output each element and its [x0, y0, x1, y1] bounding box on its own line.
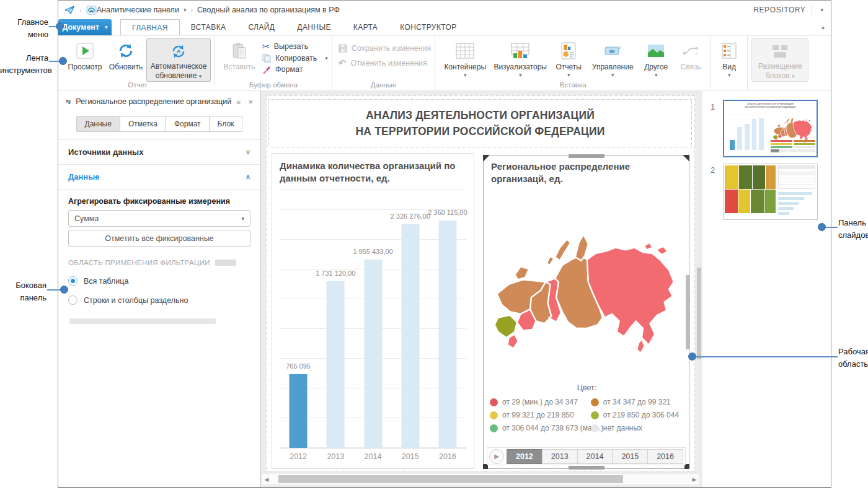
- russia-map[interactable]: [489, 217, 684, 380]
- vertical-scrollbar[interactable]: [697, 91, 702, 472]
- chevron-down-icon: ▾: [464, 72, 467, 78]
- selection-handle[interactable]: [686, 275, 690, 349]
- auto-refresh-button[interactable]: A Автоматическое обновление ▾: [146, 38, 211, 82]
- document-menu-button[interactable]: Документ▾: [58, 19, 112, 35]
- tab-конструктор[interactable]: КОНСТРУКТОР: [389, 19, 467, 35]
- sidebar-tab-отметка[interactable]: Отметка: [120, 116, 166, 132]
- section-data[interactable]: Данные∧: [58, 164, 260, 189]
- year-button-2013[interactable]: 2013: [542, 449, 578, 464]
- group-label-clipboard: Буфер обмена: [215, 81, 332, 89]
- report-doc-icon: [561, 40, 576, 61]
- sidebar-scrollbar[interactable]: [69, 318, 216, 324]
- dashboard-title-block[interactable]: АНАЛИЗ ДЕЯТЕЛЬНОСТИ ОРГАНИЗАЦИЙ НА ТЕРРИ…: [268, 99, 692, 147]
- radio-option-0[interactable]: Вся таблица: [68, 276, 250, 286]
- sidebar-title: Региональное распределение организаций: [76, 97, 231, 106]
- close-panel-icon[interactable]: ×: [248, 97, 253, 107]
- slide-thumbnail-1[interactable]: АНАЛИЗ ДЕЯТЕЛЬНОСТИ ОРГАНИЗАЦИЙ НА ТЕРРИ…: [723, 100, 818, 157]
- breadcrumb-document[interactable]: Сводный анализ по организациям в РФ: [197, 6, 340, 14]
- paper-plane-icon[interactable]: [64, 6, 75, 15]
- bar-column-2014: 1 955 433,00: [354, 198, 391, 448]
- visualizers-button[interactable]: Визуализаторы▾: [491, 38, 549, 78]
- sidebar-tab-формат[interactable]: Формат: [166, 116, 210, 132]
- save-changes-button[interactable]: Сохранить изменения: [339, 44, 431, 53]
- selection-handle[interactable]: [483, 155, 490, 162]
- format-brush-icon: [262, 65, 271, 74]
- slide-thumbnail-2[interactable]: [723, 164, 818, 220]
- aggregate-select[interactable]: Сумма▾: [68, 210, 250, 227]
- horizontal-scrollbar[interactable]: ◀ ▶: [262, 474, 699, 484]
- tab-главная[interactable]: ГЛАВНАЯ: [120, 19, 180, 35]
- management-button[interactable]: ок Управление▾: [588, 38, 637, 78]
- ribbon-group-insert: Контейнеры▾ Визуализаторы▾ Отчеты▾ ок Уп…: [435, 36, 711, 90]
- tab-вставка[interactable]: ВСТАВКА: [180, 19, 237, 35]
- radio-label: Вся таблица: [84, 277, 128, 286]
- play-button[interactable]: ▶: [489, 449, 504, 464]
- legend-color-dot: [490, 398, 498, 406]
- radio-option-1[interactable]: Строки и столбцы раздельно: [68, 295, 250, 305]
- section-data-sources[interactable]: Источники данных∨: [58, 139, 260, 164]
- containers-button[interactable]: Контейнеры▾: [439, 38, 491, 78]
- legend-title: Цвет:: [490, 383, 684, 392]
- bar: [364, 260, 382, 448]
- tab-слайд[interactable]: СЛАЙД: [237, 19, 286, 35]
- blocks-layout-button[interactable]: Размещение блоков ▾: [751, 38, 808, 82]
- mark-all-button[interactable]: Отметить все фиксированные: [68, 230, 250, 247]
- radio-button[interactable]: [68, 295, 78, 305]
- collapse-ribbon-icon[interactable]: ▴: [822, 24, 825, 30]
- chevron-down-icon: ▾: [241, 216, 244, 222]
- cut-button[interactable]: ✂Вырезать: [262, 42, 328, 51]
- repository-dropdown-icon[interactable]: ▾: [820, 7, 823, 13]
- repository-label[interactable]: REPOSITORY: [753, 6, 805, 14]
- reports-button[interactable]: Отчеты▾: [549, 38, 588, 78]
- radio-button[interactable]: [68, 276, 78, 286]
- dashboard-icon[interactable]: [86, 6, 97, 15]
- radio-label: Строки и столбцы раздельно: [84, 296, 188, 305]
- map-legend: Цвет: от 29 (мин.) до 34 347от 34 347 до…: [490, 383, 684, 432]
- group-label-data: Данные: [332, 81, 435, 89]
- paste-button[interactable]: Вставить: [219, 38, 260, 71]
- breadcrumb-section[interactable]: Аналитические панели▾: [97, 6, 187, 14]
- tab-данные[interactable]: ДАННЫЕ: [286, 19, 342, 35]
- bar: [290, 374, 308, 448]
- scroll-right-icon[interactable]: ▶: [690, 476, 699, 483]
- sidebar-tab-блок[interactable]: Блок: [209, 116, 243, 132]
- legend-color-dot: [490, 411, 498, 419]
- refresh-button[interactable]: Обновить: [105, 38, 146, 71]
- format-button[interactable]: Формат: [262, 65, 328, 74]
- collapse-panel-icon[interactable]: «: [236, 97, 241, 107]
- selection-handle[interactable]: [569, 154, 604, 158]
- scroll-left-icon[interactable]: ◀: [262, 476, 271, 483]
- scrollbar-thumb[interactable]: [697, 268, 701, 359]
- copy-button[interactable]: Копировать▾: [262, 54, 328, 63]
- selection-handle[interactable]: [569, 466, 604, 470]
- mini-year: [798, 149, 807, 152]
- chevron-down-icon: ▾: [519, 72, 522, 78]
- sidebar-tab-данные[interactable]: Данные: [76, 116, 120, 132]
- mini-legend-dot: [771, 143, 792, 145]
- ribbon-group-view: Вид▾: [711, 36, 747, 90]
- year-button-2014[interactable]: 2014: [577, 449, 613, 464]
- annotation-dot: [56, 22, 64, 30]
- tab-карта[interactable]: КАРТА: [342, 19, 389, 35]
- preview-button[interactable]: Просмотр: [64, 38, 105, 71]
- year-button-2016[interactable]: 2016: [647, 449, 683, 464]
- scrollbar-thumb[interactable]: [278, 475, 623, 483]
- bar-chart-block[interactable]: Динамика количества организаций по данны…: [272, 153, 474, 469]
- annotation-line: [826, 227, 838, 228]
- mini-legend-dot: [794, 143, 815, 145]
- other-button[interactable]: Другое▾: [637, 38, 675, 78]
- year-button-2015[interactable]: 2015: [612, 449, 648, 464]
- selection-handle[interactable]: [683, 155, 689, 162]
- ok-control-icon: ок: [604, 40, 621, 61]
- year-button-2012[interactable]: 2012: [507, 449, 542, 464]
- bar-value-label: 2 360 115,00: [428, 209, 467, 216]
- bar-value-label: 1 731 120,00: [316, 269, 355, 277]
- legend-label: нет данных: [603, 424, 642, 432]
- mini-bar: [737, 127, 742, 150]
- link-button[interactable]: Связь: [675, 38, 707, 71]
- chevron-down-icon: ▾: [184, 7, 187, 13]
- map-block[interactable]: Региональное распределение организацй, е…: [483, 155, 689, 469]
- undo-changes-button[interactable]: ↶Отменить изменения: [339, 58, 431, 69]
- view-button[interactable]: Вид▾: [715, 38, 743, 78]
- mini-bar: [759, 118, 764, 150]
